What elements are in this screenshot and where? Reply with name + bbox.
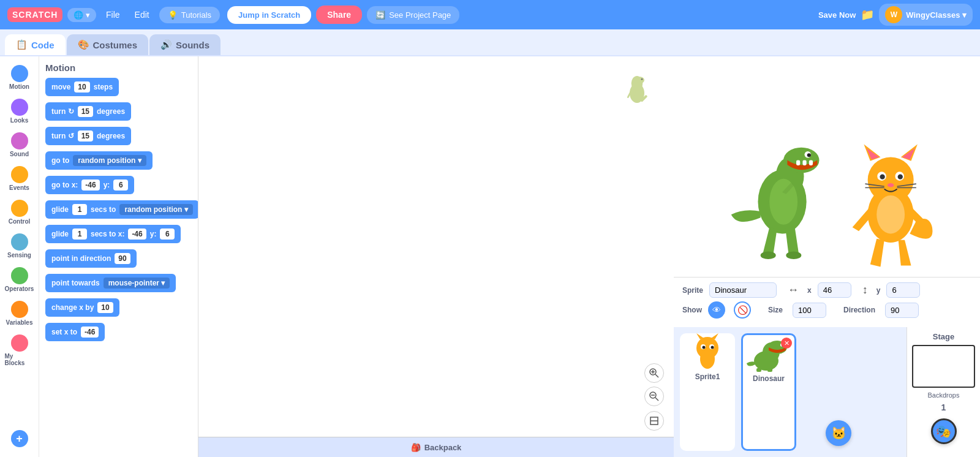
sprite-y-label: y — [876, 286, 881, 295]
add-extension-button[interactable]: + — [2, 426, 37, 452]
sidebar-item-operators[interactable]: Operators — [2, 263, 37, 296]
sidebar-item-control[interactable]: Control — [2, 196, 37, 228]
add-sprite-button[interactable]: 🐱 — [826, 420, 851, 446]
block-goto-xy-label: go to x: — [51, 181, 78, 189]
block-turn-ccw[interactable]: turn ↺ 15 degrees — [45, 127, 131, 145]
sidebar-item-events[interactable]: Events — [2, 162, 37, 195]
backpack-icon: 🎒 — [411, 443, 421, 452]
svg-point-52 — [703, 346, 706, 349]
scratch-logo[interactable]: SCRATCH — [7, 7, 62, 22]
block-goto-xy-x[interactable]: -46 — [81, 179, 99, 191]
hide-button[interactable]: 🚫 — [734, 301, 751, 319]
svg-rect-62 — [767, 368, 772, 372]
globe-button[interactable]: 🌐 ▾ — [67, 8, 96, 22]
sound-icon: 🔊 — [160, 39, 172, 50]
edit-menu[interactable]: Edit — [130, 7, 154, 22]
delete-dinosaur-button[interactable]: ✕ — [781, 338, 792, 349]
svg-rect-63 — [914, 346, 972, 387]
block-glide-xy-mid: secs to x: — [91, 230, 124, 238]
sprite-x-input[interactable] — [818, 282, 851, 298]
user-area[interactable]: W WingyClasses ▾ — [879, 4, 973, 26]
tab-costumes[interactable]: 🎨 Costumes — [67, 34, 149, 55]
block-turn-cw[interactable]: turn ↻ 15 degrees — [45, 102, 131, 121]
backpack-bar[interactable]: 🎒 Backpack — [198, 437, 674, 457]
block-goto-dropdown[interactable]: random position ▾ — [73, 155, 146, 166]
block-move[interactable]: move 10 steps — [45, 78, 119, 96]
file-menu[interactable]: File — [101, 7, 125, 22]
block-glide-xy-y-label: y: — [150, 230, 157, 238]
block-change-x[interactable]: change x by 10 — [45, 298, 119, 317]
svg-point-3 — [641, 78, 643, 80]
block-goto[interactable]: go to random position ▾ — [45, 151, 153, 170]
sidebar: Motion Looks Sound Events Control Sensin… — [0, 56, 39, 457]
share-button[interactable]: Share — [316, 6, 362, 24]
size-input[interactable] — [793, 303, 826, 318]
stage-thumbnail[interactable] — [912, 345, 975, 388]
jump-in-scratch-button[interactable]: Jump in Scratch — [227, 6, 311, 24]
block-goto-xy-y[interactable]: 6 — [113, 179, 128, 191]
block-point-toward-dropdown[interactable]: mouse-pointer ▾ — [104, 278, 170, 289]
costume-icon: 🎨 — [78, 39, 89, 50]
sprite-y-input[interactable] — [886, 282, 920, 298]
block-glide-to-dropdown[interactable]: random position ▾ — [119, 204, 192, 215]
topbar: SCRATCH 🌐 ▾ File Edit 💡 Tutorials Jump i… — [0, 0, 980, 29]
sidebar-item-motion[interactable]: Motion — [2, 61, 37, 94]
sidebar-item-my-blocks[interactable]: My Blocks — [2, 331, 37, 370]
sidebar-item-sensing[interactable]: Sensing — [2, 230, 37, 262]
svg-marker-49 — [711, 333, 718, 339]
block-point-toward-label: point towards — [51, 279, 100, 287]
block-turn-ccw-val[interactable]: 15 — [78, 130, 93, 142]
stage-canvas — [674, 56, 980, 277]
block-move-val[interactable]: 10 — [74, 81, 89, 93]
blocks-category-title: Motion — [45, 62, 192, 73]
direction-input[interactable] — [885, 303, 919, 318]
canvas-workspace[interactable] — [198, 56, 674, 437]
block-glide-xy-x[interactable]: -46 — [128, 228, 146, 240]
save-now-button[interactable]: Save Now — [818, 10, 856, 20]
refresh-icon: 🔄 — [375, 10, 385, 20]
sprite-thumb-sprite1[interactable]: Sprite1 — [680, 333, 735, 451]
add-backdrop-button[interactable]: 🎭 — [931, 418, 957, 444]
add-backdrop-area: 🎭 — [912, 418, 975, 444]
x-arrows-icon: ↔ — [788, 284, 799, 296]
zoom-fit-button[interactable] — [644, 411, 664, 431]
block-glide-to[interactable]: glide 1 secs to random position ▾ — [45, 200, 198, 219]
zoom-in-button[interactable] — [644, 363, 664, 383]
sidebar-item-sound[interactable]: Sound — [2, 129, 37, 161]
see-project-button[interactable]: 🔄 See Project Page — [367, 6, 459, 24]
zoom-fit-icon — [649, 416, 659, 426]
svg-rect-29 — [802, 161, 806, 165]
block-glide-xy[interactable]: glide 1 secs to x: -46 y: 6 — [45, 225, 181, 243]
block-change-x-val[interactable]: 10 — [97, 302, 113, 313]
tab-sounds[interactable]: 🔊 Sounds — [149, 34, 221, 55]
block-point-toward[interactable]: point towards mouse-pointer ▾ — [45, 274, 176, 292]
show-button[interactable]: 👁 — [708, 301, 725, 319]
svg-point-39 — [880, 175, 884, 179]
sprite-thumb-dinosaur[interactable]: ✕ Dinosaur — [741, 333, 796, 451]
block-set-x-val[interactable]: -46 — [81, 327, 99, 338]
right-panel: ⚑ ■ — [674, 56, 980, 457]
stage-area: ⚑ ■ — [674, 56, 980, 277]
svg-point-25 — [761, 252, 776, 260]
block-set-x[interactable]: set x to -46 — [45, 323, 105, 341]
block-point-dir[interactable]: point in direction 90 — [45, 249, 137, 268]
zoom-out-button[interactable] — [644, 387, 664, 406]
sprite-name-input[interactable] — [709, 282, 777, 298]
sidebar-item-variables[interactable]: Variables — [2, 297, 37, 330]
direction-label: Direction — [843, 306, 875, 314]
block-glide-xy-y[interactable]: 6 — [160, 228, 175, 240]
code-icon: 📋 — [16, 39, 28, 50]
svg-line-12 — [655, 398, 658, 401]
sprites-bottom-area: Sprite1 ✕ — [674, 327, 980, 457]
tutorials-button[interactable]: 💡 Tutorials — [159, 7, 220, 23]
block-turn-cw-val[interactable]: 15 — [78, 106, 93, 117]
block-goto-xy[interactable]: go to x: -46 y: 6 — [45, 176, 134, 194]
tab-code[interactable]: 📋 Code — [5, 34, 66, 55]
block-point-dir-val[interactable]: 90 — [115, 253, 130, 264]
sprite-name-label: Sprite — [682, 286, 703, 295]
block-glide-xy-val[interactable]: 1 — [72, 228, 87, 240]
block-glide-to-val[interactable]: 1 — [72, 204, 87, 215]
folder-button[interactable]: 📁 — [861, 8, 874, 21]
sidebar-item-looks[interactable]: Looks — [2, 95, 37, 127]
y-arrows-icon: ↕ — [862, 284, 868, 296]
